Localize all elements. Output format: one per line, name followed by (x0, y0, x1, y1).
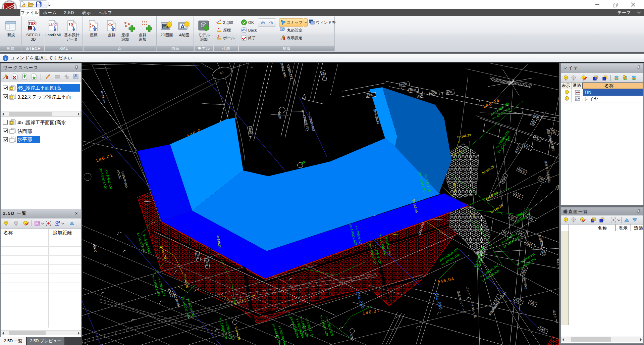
svg-text:600: 600 (447, 90, 452, 94)
svg-text:400: 400 (418, 94, 423, 98)
svg-text:B=146.2: B=146.2 (452, 183, 457, 195)
